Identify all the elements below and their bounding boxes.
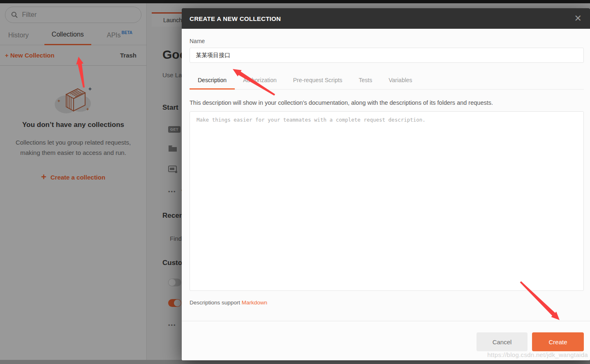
description-textarea[interactable]: [190, 111, 584, 291]
tab-variables[interactable]: Variables: [380, 74, 420, 90]
description-hint-text: This description will show in your colle…: [190, 99, 584, 106]
tab-pre-request-scripts[interactable]: Pre-request Scripts: [285, 74, 351, 90]
modal-tabs: Description Authorization Pre-request Sc…: [190, 74, 584, 90]
modal-title: CREATE A NEW COLLECTION: [190, 15, 281, 22]
tab-description[interactable]: Description: [190, 74, 235, 90]
create-button[interactable]: Create: [532, 332, 584, 351]
tab-authorization[interactable]: Authorization: [235, 74, 285, 90]
postman-app: History Collections APIsBETA + New Colle…: [0, 0, 590, 364]
tab-tests[interactable]: Tests: [351, 74, 381, 90]
name-field-label: Name: [190, 38, 584, 44]
markdown-note: Descriptions support Markdown: [190, 299, 584, 306]
cancel-button[interactable]: Cancel: [477, 332, 528, 351]
modal-body: Name Description Authorization Pre-reque…: [182, 29, 590, 306]
markdown-note-prefix: Descriptions support: [190, 299, 242, 306]
collection-name-input[interactable]: [190, 48, 584, 63]
create-collection-modal: CREATE A NEW COLLECTION ✕ Name Descripti…: [182, 8, 590, 360]
watermark-text: https://blog.csdn.net/jdk_wangtaida: [487, 351, 588, 358]
close-icon[interactable]: ✕: [574, 14, 582, 23]
markdown-link[interactable]: Markdown: [242, 299, 267, 306]
modal-header: CREATE A NEW COLLECTION ✕: [182, 8, 590, 29]
